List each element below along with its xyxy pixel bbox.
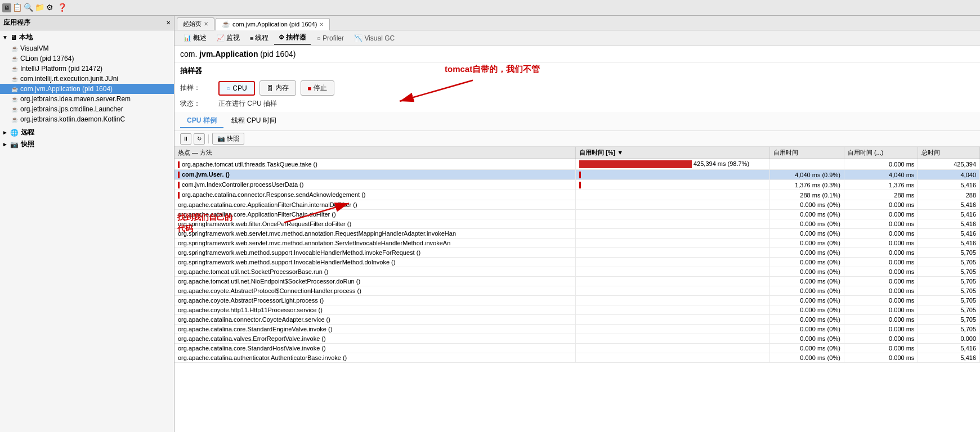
thread-icon: ≡ xyxy=(250,35,253,42)
profiler-tab-cpu-label: CPU 样例 xyxy=(187,116,217,124)
table-cell-own-time: 0.000 ms (0%) xyxy=(770,277,844,286)
table-container[interactable]: 热点 — 方法 自用时间 [%] ▼ 自用时间 自用 xyxy=(174,147,980,432)
local-monitor-icon: 🖥 xyxy=(10,34,17,42)
sidebar-close-btn[interactable]: ✕ xyxy=(166,20,171,26)
table-cell-method: org.apache.tomcat.util.threads.TaskQueue… xyxy=(174,159,575,170)
jps-icon: ☕ xyxy=(11,106,18,112)
tab-bar: 起始页 ✕ ☕ com.jvm.Application (pid 1604) ✕ xyxy=(174,16,980,30)
col-own-pct[interactable]: 自用时间 [%] ▼ xyxy=(575,147,769,159)
table-cell-own-time-alt: 0.000 ms xyxy=(844,315,918,325)
table-row[interactable]: org.apache.catalina.core.ApplicationFilt… xyxy=(174,210,980,219)
snapshot-btn[interactable]: 📷 快照 xyxy=(212,133,244,145)
overview-icon: 📊 xyxy=(184,34,191,42)
sidebar-header: 应用程序 ✕ xyxy=(0,16,174,30)
table-cell-method: org.apache.tomcat.util.net.SocketProcess… xyxy=(174,267,575,277)
col-own-time[interactable]: 自用时间 xyxy=(770,147,844,159)
toolbar-pause-btn[interactable]: ⏸ xyxy=(180,133,191,145)
table-row[interactable]: org.apache.tomcat.util.net.NioEndpoint$S… xyxy=(174,277,980,286)
sidebar-group-local[interactable]: ▼ 🖥 本地 xyxy=(0,32,174,43)
table-cell-bar: 425,394 ms (98.7%) xyxy=(575,159,769,170)
sidebar-item-clion[interactable]: ☕ CLion (pid 13764) xyxy=(0,53,174,64)
toolbar-icon-5[interactable]: ⚙ xyxy=(46,3,56,13)
toolbar-icon-2[interactable]: 📋 xyxy=(12,3,23,13)
sidebar-item-visualvm[interactable]: ☕ VisualVM xyxy=(0,43,174,53)
toolbar-icon-3[interactable]: 🔍 xyxy=(24,3,34,13)
table-cell-bar xyxy=(575,238,769,248)
table-row[interactable]: org.apache.coyote.AbstractProcessorLight… xyxy=(174,296,980,305)
table-cell-total-time: 288 xyxy=(918,190,980,200)
table-cell-own-time-alt: 1,376 ms xyxy=(844,180,918,190)
table-cell-own-time-alt: 0.000 ms xyxy=(844,238,918,248)
sidebar-item-intellij[interactable]: ☕ IntelliJ Platform (pid 21472) xyxy=(0,64,174,74)
profiler-tab-cpu-sample[interactable]: CPU 样例 xyxy=(180,114,223,128)
table-cell-own-time-alt: 0.000 ms xyxy=(844,248,918,258)
table-cell-method: org.apache.coyote.AbstractProtocol$Conne… xyxy=(174,286,575,296)
sidebar-item-jps[interactable]: ☕ org.jetbrains.jps.cmdline.Launcher xyxy=(0,104,174,114)
visualvm-icon: ☕ xyxy=(11,46,18,52)
table-cell-own-time: 0.000 ms (0%) xyxy=(770,267,844,277)
sidebar-item-jvm-app[interactable]: ☕ com.jvm.Application (pid 1604) xyxy=(0,84,174,94)
table-row[interactable]: com.jvm.User. ()4,040 ms (0.9%)4,040 ms4… xyxy=(174,170,980,180)
table-cell-own-time xyxy=(770,159,844,170)
col-own-time-alt[interactable]: 自用时间 (...) xyxy=(844,147,918,159)
subtab-thread[interactable]: ≡ 线程 xyxy=(245,32,273,44)
col-method[interactable]: 热点 — 方法 xyxy=(174,147,575,159)
table-cell-bar xyxy=(575,296,769,305)
tab-app[interactable]: ☕ com.jvm.Application (pid 1604) ✕ xyxy=(216,18,330,30)
sidebar-kotlin-label: org.jetbrains.kotlin.daemon.KotlinC xyxy=(20,115,125,123)
table-row[interactable]: org.apache.catalina.core.StandardHostVal… xyxy=(174,344,980,353)
table-row[interactable]: org.apache.tomcat.util.net.SocketProcess… xyxy=(174,267,980,277)
subtab-sampler[interactable]: ⚙ 抽样器 xyxy=(274,31,311,45)
col-total-time[interactable]: 总时间 xyxy=(918,147,980,159)
table-row[interactable]: org.apache.catalina.authenticator.Authen… xyxy=(174,353,980,363)
tab-start[interactable]: 起始页 ✕ xyxy=(177,17,214,30)
table-row[interactable]: org.apache.catalina.connector.CoyoteAdap… xyxy=(174,315,980,325)
toolbar-icon-6[interactable]: ❓ xyxy=(57,3,68,13)
table-cell-method: com.jvm.IndexController.processUserData … xyxy=(174,180,575,190)
tab-app-close[interactable]: ✕ xyxy=(319,21,324,28)
subtab-monitor[interactable]: 📈 监视 xyxy=(212,32,244,44)
sidebar-item-maven[interactable]: ☕ org.jetbrains.idea.maven.server.Rem xyxy=(0,94,174,104)
table-cell-total-time: 5,416 xyxy=(918,229,980,238)
table-cell-total-time: 5,705 xyxy=(918,267,980,277)
table-row[interactable]: org.springframework.web.method.support.I… xyxy=(174,258,980,267)
table-row[interactable]: org.apache.coyote.AbstractProtocol$Conne… xyxy=(174,286,980,296)
toolbar-refresh-btn[interactable]: ↻ xyxy=(194,133,205,145)
table-row[interactable]: org.springframework.web.servlet.mvc.meth… xyxy=(174,238,980,248)
table-cell-method: org.springframework.web.filter.OncePerRe… xyxy=(174,219,575,229)
sidebar-item-junit[interactable]: ☕ com.intellij.rt.execution.junit.JUni xyxy=(0,74,174,84)
table-cell-total-time: 5,416 xyxy=(918,180,980,190)
subtab-visual-gc[interactable]: 📉 Visual GC xyxy=(350,33,399,44)
monitor-icon: 📈 xyxy=(217,34,225,42)
table-row[interactable]: com.jvm.IndexController.processUserData … xyxy=(174,180,980,190)
table-row[interactable]: org.apache.catalina.connector.Response.s… xyxy=(174,190,980,200)
sidebar-group-snapshot[interactable]: ► 📷 快照 xyxy=(0,138,174,150)
toolbar-icon-4[interactable]: 📁 xyxy=(35,3,45,13)
table-row[interactable]: org.apache.catalina.core.StandardEngineV… xyxy=(174,325,980,334)
stop-button[interactable]: ■ 停止 xyxy=(301,80,335,96)
table-cell-own-time-alt: 0.000 ms xyxy=(844,219,918,229)
table-cell-bar xyxy=(575,277,769,286)
memory-button[interactable]: 🗄 内存 xyxy=(259,80,296,96)
table-cell-total-time: 5,705 xyxy=(918,305,980,315)
sidebar-group-remote[interactable]: ► 🌐 远程 xyxy=(0,127,174,138)
tab-start-close[interactable]: ✕ xyxy=(204,21,208,27)
table-cell-bar xyxy=(575,353,769,363)
table-row[interactable]: org.springframework.web.method.support.I… xyxy=(174,248,980,258)
subtab-overview[interactable]: 📊 概述 xyxy=(179,32,211,44)
toolbar-icon-1[interactable]: 🖥 xyxy=(2,3,11,12)
table-row[interactable]: org.springframework.web.servlet.mvc.meth… xyxy=(174,229,980,238)
subtab-profiler[interactable]: ○ Profiler xyxy=(312,33,348,44)
table-cell-own-time: 0.000 ms (0%) xyxy=(770,210,844,219)
table-cell-bar xyxy=(575,325,769,334)
profiler-tab-thread-cpu[interactable]: 线程 CPU 时间 xyxy=(225,114,283,128)
table-row[interactable]: org.apache.catalina.core.ApplicationFilt… xyxy=(174,200,980,210)
table-cell-bar xyxy=(575,200,769,210)
table-row[interactable]: org.springframework.web.filter.OncePerRe… xyxy=(174,219,980,229)
table-row[interactable]: org.apache.coyote.http11.Http11Processor… xyxy=(174,305,980,315)
table-row[interactable]: org.apache.tomcat.util.threads.TaskQueue… xyxy=(174,159,980,170)
cpu-button[interactable]: ○ CPU xyxy=(218,81,255,96)
sidebar-item-kotlin[interactable]: ☕ org.jetbrains.kotlin.daemon.KotlinC xyxy=(0,114,174,124)
table-row[interactable]: org.apache.catalina.valves.ErrorReportVa… xyxy=(174,334,980,344)
sampler-controls: 抽样： ○ CPU 🗄 内存 ■ xyxy=(180,80,974,109)
